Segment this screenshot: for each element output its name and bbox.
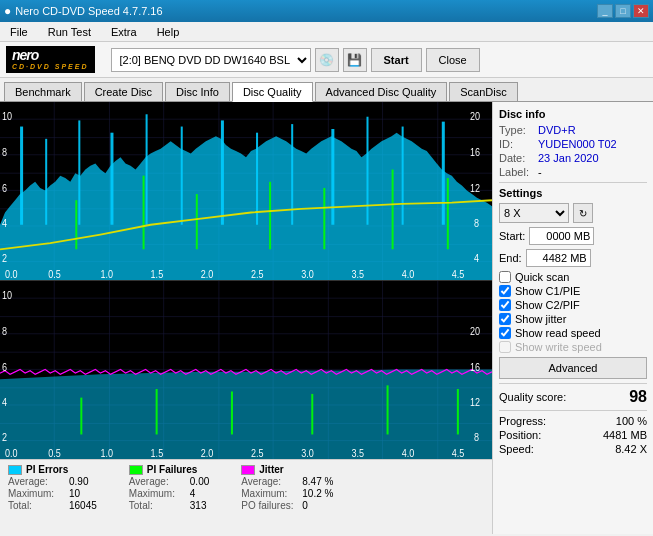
save-button[interactable]: 💾 — [343, 48, 367, 72]
pi-errors-avg-value: 0.90 — [69, 476, 97, 487]
menu-file[interactable]: File — [4, 24, 34, 40]
svg-text:8: 8 — [2, 146, 7, 158]
top-chart: 2 4 6 8 10 4 8 12 16 20 0.0 0.5 1.0 1.5 … — [0, 102, 492, 280]
quick-scan-checkbox[interactable] — [499, 271, 511, 283]
disc-label-label: Label: — [499, 166, 534, 178]
maximize-button[interactable]: □ — [615, 4, 631, 18]
end-input[interactable] — [526, 249, 591, 267]
disc-id-row: ID: YUDEN000 T02 — [499, 138, 647, 150]
pi-errors-color-box — [8, 465, 22, 475]
start-button[interactable]: Start — [371, 48, 422, 72]
tab-benchmark[interactable]: Benchmark — [4, 82, 82, 101]
disc-date-label: Date: — [499, 152, 534, 164]
main-content: 2 4 6 8 10 4 8 12 16 20 0.0 0.5 1.0 1.5 … — [0, 102, 653, 534]
pi-failures-legend: PI Failures Average: 0.00 Maximum: 4 Tot… — [129, 464, 209, 530]
jitter-checkbox[interactable] — [499, 313, 511, 325]
svg-rect-35 — [323, 188, 325, 249]
chart-area: 2 4 6 8 10 4 8 12 16 20 0.0 0.5 1.0 1.5 … — [0, 102, 493, 534]
svg-text:0.5: 0.5 — [48, 268, 61, 280]
disc-id-label: ID: — [499, 138, 534, 150]
advanced-button[interactable]: Advanced — [499, 357, 647, 379]
svg-text:0.0: 0.0 — [5, 268, 18, 280]
refresh-button[interactable]: ↻ — [573, 203, 593, 223]
svg-text:1.5: 1.5 — [151, 268, 164, 280]
jitter-color-box — [241, 465, 255, 475]
disc-date-value: 23 Jan 2020 — [538, 152, 599, 164]
start-row: Start: — [499, 227, 647, 245]
position-row: Position: 4481 MB — [499, 429, 647, 441]
disc-type-row: Type: DVD+R — [499, 124, 647, 136]
svg-text:4.0: 4.0 — [402, 447, 415, 459]
svg-text:4.0: 4.0 — [402, 268, 415, 280]
pi-failures-total-value: 313 — [190, 500, 209, 511]
pi-failures-max-value: 4 — [190, 488, 209, 499]
svg-rect-36 — [392, 170, 394, 250]
speed-selector[interactable]: 8 X 4 X 2 X MAX — [499, 203, 569, 223]
tab-advanced-disc-quality[interactable]: Advanced Disc Quality — [315, 82, 448, 101]
right-panel: Disc info Type: DVD+R ID: YUDEN000 T02 D… — [493, 102, 653, 534]
write-speed-row[interactable]: Show write speed — [499, 341, 647, 353]
svg-text:8: 8 — [474, 431, 479, 443]
svg-rect-81 — [457, 389, 459, 434]
tab-create-disc[interactable]: Create Disc — [84, 82, 163, 101]
svg-text:20: 20 — [470, 111, 480, 123]
pi-failures-header: PI Failures — [129, 464, 209, 475]
read-speed-row[interactable]: Show read speed — [499, 327, 647, 339]
svg-text:2.5: 2.5 — [251, 268, 264, 280]
tab-disc-quality[interactable]: Disc Quality — [232, 82, 313, 102]
pi-failures-data: Average: 0.00 Maximum: 4 Total: 313 — [129, 476, 209, 511]
nero-logo: nero CD·DVD SPEED — [6, 46, 95, 73]
disc-icon-button[interactable]: 💿 — [315, 48, 339, 72]
jitter-po-value: 0 — [302, 500, 333, 511]
jitter-row[interactable]: Show jitter — [499, 313, 647, 325]
svg-rect-19 — [45, 139, 47, 225]
pi-errors-total-value: 16045 — [69, 500, 97, 511]
minimize-button[interactable]: _ — [597, 4, 613, 18]
read-speed-checkbox[interactable] — [499, 327, 511, 339]
drive-selector[interactable]: [2:0] BENQ DVD DD DW1640 BSLB — [111, 48, 311, 72]
svg-text:4: 4 — [2, 396, 7, 408]
title-bar: ● Nero CD-DVD Speed 4.7.7.16 _ □ ✕ — [0, 0, 653, 22]
svg-text:3.5: 3.5 — [351, 447, 364, 459]
divider-1 — [499, 182, 647, 183]
svg-rect-32 — [143, 176, 145, 250]
c2pif-checkbox[interactable] — [499, 299, 511, 311]
svg-text:4: 4 — [2, 217, 7, 229]
menu-extra[interactable]: Extra — [105, 24, 143, 40]
svg-rect-23 — [181, 127, 183, 225]
app-title: Nero CD-DVD Speed 4.7.7.16 — [15, 5, 162, 17]
svg-text:6: 6 — [2, 182, 7, 194]
menu-help[interactable]: Help — [151, 24, 186, 40]
svg-text:8: 8 — [474, 217, 479, 229]
svg-rect-31 — [75, 200, 77, 249]
progress-label: Progress: — [499, 415, 546, 427]
tab-scan-disc[interactable]: ScanDisc — [449, 82, 517, 101]
c1pie-row[interactable]: Show C1/PIE — [499, 285, 647, 297]
quick-scan-row[interactable]: Quick scan — [499, 271, 647, 283]
c1pie-checkbox[interactable] — [499, 285, 511, 297]
svg-rect-20 — [78, 120, 80, 224]
svg-rect-34 — [269, 182, 271, 250]
svg-rect-21 — [110, 133, 113, 225]
title-bar-controls[interactable]: _ □ ✕ — [597, 4, 649, 18]
menu-run-test[interactable]: Run Test — [42, 24, 97, 40]
pi-failures-avg-value: 0.00 — [190, 476, 209, 487]
svg-text:2.0: 2.0 — [201, 268, 214, 280]
svg-rect-76 — [80, 398, 82, 435]
svg-text:3.0: 3.0 — [301, 447, 314, 459]
progress-value: 100 % — [616, 415, 647, 427]
svg-text:16: 16 — [470, 361, 480, 373]
jitter-legend: Jitter Average: 8.47 % Maximum: 10.2 % P… — [241, 464, 333, 530]
tab-disc-info[interactable]: Disc Info — [165, 82, 230, 101]
position-label: Position: — [499, 429, 541, 441]
svg-text:6: 6 — [2, 361, 7, 373]
c2pif-row[interactable]: Show C2/PIF — [499, 299, 647, 311]
svg-text:4.5: 4.5 — [452, 447, 465, 459]
close-button[interactable]: Close — [426, 48, 480, 72]
jitter-po-label: PO failures: — [241, 500, 301, 511]
divider-2 — [499, 383, 647, 384]
close-window-button[interactable]: ✕ — [633, 4, 649, 18]
start-input[interactable] — [529, 227, 594, 245]
start-label: Start: — [499, 230, 525, 242]
pi-errors-max-value: 10 — [69, 488, 97, 499]
